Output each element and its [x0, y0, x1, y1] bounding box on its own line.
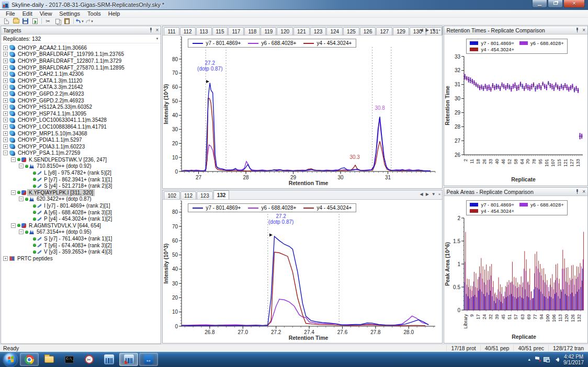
expand-icon[interactable]: +	[3, 124, 8, 129]
taskbar-explorer[interactable]	[40, 353, 59, 366]
expand-icon[interactable]: +	[3, 59, 8, 63]
open-button[interactable]	[12, 18, 20, 25]
replicate-tab-119[interactable]: 119	[261, 27, 276, 35]
tree-item-transition[interactable]: T [y6] - 674.4083+ (rank 3)[2]	[1, 242, 161, 249]
replicate-tab-102[interactable]: 102	[164, 191, 180, 199]
expand-icon[interactable]: +	[3, 45, 8, 50]
share-document-button[interactable]	[30, 18, 39, 25]
close-icon[interactable]: ×	[438, 28, 441, 32]
tree-item-peptide[interactable]: −R.AGMISTVDVLK.V [644, 654]	[1, 222, 161, 229]
replicates-dropdown-arrow[interactable]: ▼	[155, 37, 159, 40]
paste-button[interactable]	[62, 18, 71, 25]
replicate-tab-129[interactable]: 129	[393, 27, 409, 35]
replicate-tab-111[interactable]: 111	[164, 27, 179, 35]
expand-icon[interactable]: +	[3, 256, 8, 261]
taskbar-skyline-daily[interactable]	[119, 353, 138, 366]
replicate-tab-112[interactable]: 112	[180, 191, 196, 199]
cut-button[interactable]: ✂	[43, 18, 52, 25]
peak-areas-chart[interactable]: y7 - 801.4869+y6 - 688.4028+y4 - 454.302…	[444, 196, 587, 342]
expand-icon[interactable]: +	[3, 105, 8, 109]
tree-item-transition[interactable]: P [y7] - 862.3941+ (rank 1)[1]	[1, 176, 161, 183]
close-icon[interactable]: ×	[156, 28, 159, 32]
tree-item-protein[interactable]: +CHOYP_MRP1.5.10|m.34368	[1, 130, 161, 137]
redo-button[interactable]: ▼	[85, 18, 94, 25]
start-button[interactable]	[4, 353, 17, 366]
redo-dropdown-arrow[interactable]: ▼	[91, 20, 94, 23]
pin-icon[interactable]	[149, 28, 153, 32]
taskbar-clock[interactable]: 4:42 PM 9/1/2017	[563, 354, 584, 365]
menu-file[interactable]: File	[2, 10, 19, 17]
replicate-tab-112[interactable]: 112	[180, 27, 196, 35]
tree-item-protein[interactable]: +CHOYP_G6PD.2.2|m.46923	[1, 97, 161, 104]
replicate-tab-123[interactable]: 123	[197, 191, 213, 199]
taskbar-chrome[interactable]	[20, 353, 39, 366]
scroll-right-icon[interactable]: ▶	[426, 28, 429, 32]
tree-item-protein[interactable]: +CHOYP_CAH2.1.1|m.42306	[1, 71, 161, 77]
chromatogram-top-body[interactable]: y7 - 801.4869+y6 - 688.4028+y4 - 454.302…	[163, 36, 442, 188]
tree-item-peptide[interactable]: −K.YFQIAYPLPK.I [311, 320]	[1, 189, 161, 196]
copy-button[interactable]	[53, 18, 62, 25]
expand-icon[interactable]: +	[3, 72, 8, 76]
replicate-tab-126[interactable]: 126	[360, 27, 376, 35]
expand-icon[interactable]: +	[3, 118, 8, 122]
expand-icon[interactable]: +	[3, 52, 8, 56]
close-icon[interactable]: ×	[582, 189, 585, 194]
volume-icon[interactable]	[553, 358, 559, 362]
expand-icon[interactable]: +	[3, 85, 8, 89]
replicate-tab-125[interactable]: 125	[343, 27, 359, 35]
pin-icon[interactable]	[575, 28, 580, 32]
collapse-icon[interactable]: −	[19, 164, 24, 168]
replicate-tab-115[interactable]: 115	[212, 27, 228, 35]
menu-edit[interactable]: Edit	[19, 10, 36, 17]
taskbar-snipping-tool[interactable]: ✂	[80, 353, 98, 366]
tree-item-protein[interactable]: +CHOYP_CATA.3.3|m.21642	[1, 84, 161, 91]
replicate-tab-117[interactable]: 117	[228, 27, 244, 35]
replicate-tab-118[interactable]: 118	[244, 27, 260, 35]
collapse-icon[interactable]: −	[19, 230, 24, 234]
replicate-tab-113[interactable]: 113	[196, 27, 212, 35]
expand-icon[interactable]: +	[3, 144, 8, 149]
expand-icon[interactable]: +	[3, 98, 8, 103]
taskbar-teamviewer[interactable]: ↔	[139, 353, 158, 366]
collapse-icon[interactable]: −	[11, 223, 16, 228]
tree-item-protein[interactable]: −CHOYP_PSA.1.1|m.27259	[1, 150, 161, 157]
replicate-tab-132[interactable]: 132	[213, 190, 230, 199]
tree-item-protein[interactable]: +CHOYP_LOC100883864.1.1|m.41791	[1, 123, 161, 130]
tray-expand-icon[interactable]: ▲	[527, 358, 531, 361]
undo-button[interactable]: ▼	[75, 18, 84, 25]
tree-item-protein[interactable]: +CHOYP_BRAFLDRAFT_275870.1.1|m.12895	[1, 64, 161, 71]
tree-item-protein[interactable]: +CHOYP_BRAFLDRAFT_122807.1.1|m.3729	[1, 58, 161, 64]
taskbar-skyline[interactable]	[99, 353, 118, 366]
collapse-icon[interactable]: −	[19, 197, 24, 201]
scroll-left-icon[interactable]: ◀	[420, 192, 423, 197]
scroll-left-icon[interactable]: ◀	[420, 28, 423, 32]
menu-view[interactable]: View	[36, 10, 56, 17]
tree-item-precursor[interactable]: −567.3154++ (dotp 0.95)	[1, 229, 161, 236]
replicate-tab-124[interactable]: 124	[326, 27, 343, 35]
minimize-button[interactable]: ▁	[532, 0, 547, 8]
tab-menu-icon[interactable]: ▼	[432, 192, 436, 197]
tree-item-transition[interactable]: P [y4] - 454.3024+ (rank 1)[2]	[1, 215, 161, 222]
tree-item-protein[interactable]: +CHOYP_BRAFLDRAFT_119799.1.1|m.23765	[1, 51, 161, 58]
replicate-tab-127[interactable]: 127	[376, 27, 392, 35]
undo-dropdown-arrow[interactable]: ▼	[81, 20, 84, 23]
tree-item-prtc[interactable]: +PRTC peptides	[1, 255, 161, 262]
close-icon[interactable]: ×	[582, 28, 585, 32]
tree-item-transition[interactable]: I [y7] - 801.4869+ (rank 2)[1]	[1, 202, 161, 209]
expand-icon[interactable]: +	[3, 65, 8, 70]
expand-icon[interactable]: +	[3, 131, 8, 136]
collapse-icon[interactable]: −	[11, 190, 16, 195]
replicate-tab-120[interactable]: 120	[277, 27, 293, 35]
tree-item-protein[interactable]: +CHOYP_LOC100633041.1.1|m.35428	[1, 117, 161, 124]
expand-icon[interactable]: +	[3, 78, 8, 83]
tree-item-protein[interactable]: +CHOYP_CATA.1.3|m.11120	[1, 77, 161, 84]
menu-settings[interactable]: Settings	[55, 10, 84, 17]
collapse-icon[interactable]: −	[11, 157, 16, 162]
tab-menu-icon[interactable]: ▼	[432, 28, 436, 32]
tree-item-transition[interactable]: S [y7] - 761.4403+ (rank 1)[1]	[1, 235, 161, 242]
replicate-tab-123[interactable]: 123	[310, 27, 326, 35]
close-icon[interactable]: ×	[438, 192, 441, 197]
collapse-icon[interactable]: −	[3, 151, 8, 155]
tree-item-protein[interactable]: +CHOYP_ACAA2.1.1|m.30666	[1, 44, 161, 51]
scroll-right-icon[interactable]: ▶	[426, 192, 429, 197]
